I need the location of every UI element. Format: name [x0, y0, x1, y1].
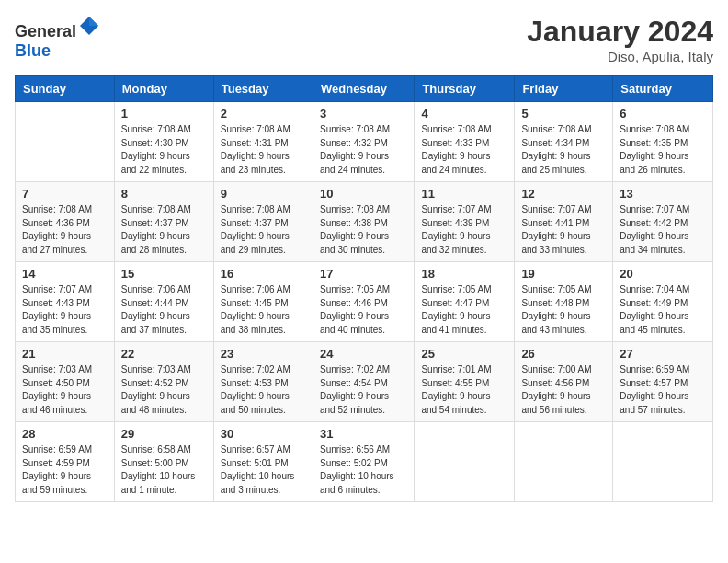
page-header: General Blue January 2024 Diso, Apulia, … [15, 15, 713, 64]
day-number: 28 [22, 427, 108, 441]
location-title: Diso, Apulia, Italy [527, 49, 713, 64]
calendar-day-cell: 26Sunrise: 7:00 AM Sunset: 4:56 PM Dayli… [515, 342, 613, 422]
day-number: 3 [320, 107, 407, 121]
day-number: 23 [221, 347, 306, 361]
logo-icon [78, 15, 100, 37]
day-info: Sunrise: 7:06 AM Sunset: 4:44 PM Dayligh… [121, 283, 207, 337]
calendar-day-cell: 23Sunrise: 7:02 AM Sunset: 4:53 PM Dayli… [213, 342, 313, 422]
day-number: 26 [521, 347, 606, 361]
calendar-day-cell: 27Sunrise: 6:59 AM Sunset: 4:57 PM Dayli… [613, 342, 713, 422]
day-number: 18 [421, 267, 507, 281]
day-info: Sunrise: 7:08 AM Sunset: 4:36 PM Dayligh… [22, 203, 108, 257]
calendar-day-cell: 15Sunrise: 7:06 AM Sunset: 4:44 PM Dayli… [114, 262, 213, 342]
day-number: 13 [620, 187, 706, 201]
logo-general: General [15, 22, 76, 40]
day-number: 31 [320, 427, 407, 441]
calendar-day-cell: 13Sunrise: 7:07 AM Sunset: 4:42 PM Dayli… [613, 182, 713, 262]
day-info: Sunrise: 6:59 AM Sunset: 4:59 PM Dayligh… [22, 443, 108, 497]
calendar-day-cell: 18Sunrise: 7:05 AM Sunset: 4:47 PM Dayli… [415, 262, 515, 342]
day-info: Sunrise: 7:05 AM Sunset: 4:48 PM Dayligh… [521, 283, 606, 337]
calendar-day-cell: 7Sunrise: 7:08 AM Sunset: 4:36 PM Daylig… [16, 182, 115, 262]
calendar-day-cell: 25Sunrise: 7:01 AM Sunset: 4:55 PM Dayli… [415, 342, 515, 422]
calendar-day-cell: 1Sunrise: 7:08 AM Sunset: 4:30 PM Daylig… [114, 102, 213, 182]
day-of-week-header: Tuesday [213, 76, 313, 102]
calendar-day-cell: 31Sunrise: 6:56 AM Sunset: 5:02 PM Dayli… [313, 422, 414, 502]
day-number: 27 [620, 347, 706, 361]
calendar-day-cell: 17Sunrise: 7:05 AM Sunset: 4:46 PM Dayli… [313, 262, 414, 342]
day-info: Sunrise: 7:08 AM Sunset: 4:32 PM Dayligh… [320, 123, 407, 177]
day-of-week-header: Monday [114, 76, 213, 102]
day-number: 15 [121, 267, 207, 281]
calendar-day-cell: 21Sunrise: 7:03 AM Sunset: 4:50 PM Dayli… [16, 342, 115, 422]
day-number: 25 [421, 347, 507, 361]
calendar-day-cell: 4Sunrise: 7:08 AM Sunset: 4:33 PM Daylig… [415, 102, 515, 182]
calendar-day-cell: 8Sunrise: 7:08 AM Sunset: 4:37 PM Daylig… [114, 182, 213, 262]
calendar-day-cell: 12Sunrise: 7:07 AM Sunset: 4:41 PM Dayli… [515, 182, 613, 262]
calendar-table: SundayMondayTuesdayWednesdayThursdayFrid… [15, 75, 713, 502]
day-info: Sunrise: 6:56 AM Sunset: 5:02 PM Dayligh… [320, 443, 407, 497]
calendar-day-cell [415, 422, 515, 502]
day-number: 21 [22, 347, 108, 361]
calendar-week-row: 21Sunrise: 7:03 AM Sunset: 4:50 PM Dayli… [16, 342, 713, 422]
day-info: Sunrise: 7:02 AM Sunset: 4:53 PM Dayligh… [221, 363, 306, 417]
calendar-day-cell: 6Sunrise: 7:08 AM Sunset: 4:35 PM Daylig… [613, 102, 713, 182]
day-info: Sunrise: 6:58 AM Sunset: 5:00 PM Dayligh… [121, 443, 207, 497]
calendar-day-cell [515, 422, 613, 502]
svg-marker-1 [89, 17, 98, 26]
calendar-day-cell: 28Sunrise: 6:59 AM Sunset: 4:59 PM Dayli… [16, 422, 115, 502]
day-number: 6 [620, 107, 706, 121]
month-title: January 2024 [527, 15, 713, 49]
day-info: Sunrise: 7:05 AM Sunset: 4:46 PM Dayligh… [320, 283, 407, 337]
day-of-week-header: Friday [515, 76, 613, 102]
day-info: Sunrise: 7:08 AM Sunset: 4:34 PM Dayligh… [521, 123, 606, 177]
day-number: 29 [121, 427, 207, 441]
day-number: 17 [320, 267, 407, 281]
day-info: Sunrise: 6:57 AM Sunset: 5:01 PM Dayligh… [221, 443, 306, 497]
calendar-week-row: 7Sunrise: 7:08 AM Sunset: 4:36 PM Daylig… [16, 182, 713, 262]
day-number: 1 [121, 107, 207, 121]
day-number: 19 [521, 267, 606, 281]
calendar-day-cell: 19Sunrise: 7:05 AM Sunset: 4:48 PM Dayli… [515, 262, 613, 342]
day-info: Sunrise: 7:08 AM Sunset: 4:35 PM Dayligh… [620, 123, 706, 177]
day-info: Sunrise: 7:01 AM Sunset: 4:55 PM Dayligh… [421, 363, 507, 417]
day-info: Sunrise: 7:03 AM Sunset: 4:52 PM Dayligh… [121, 363, 207, 417]
day-number: 4 [421, 107, 507, 121]
day-number: 22 [121, 347, 207, 361]
day-number: 12 [521, 187, 606, 201]
day-of-week-header: Sunday [16, 76, 115, 102]
calendar-day-cell: 11Sunrise: 7:07 AM Sunset: 4:39 PM Dayli… [415, 182, 515, 262]
day-number: 24 [320, 347, 407, 361]
day-number: 5 [521, 107, 606, 121]
day-number: 2 [221, 107, 306, 121]
day-number: 9 [221, 187, 306, 201]
day-info: Sunrise: 7:07 AM Sunset: 4:42 PM Dayligh… [620, 203, 706, 257]
day-number: 20 [620, 267, 706, 281]
calendar-day-cell: 22Sunrise: 7:03 AM Sunset: 4:52 PM Dayli… [114, 342, 213, 422]
calendar-day-cell: 2Sunrise: 7:08 AM Sunset: 4:31 PM Daylig… [213, 102, 313, 182]
day-number: 7 [22, 187, 108, 201]
calendar-day-cell: 3Sunrise: 7:08 AM Sunset: 4:32 PM Daylig… [313, 102, 414, 182]
calendar-day-cell: 9Sunrise: 7:08 AM Sunset: 4:37 PM Daylig… [213, 182, 313, 262]
day-info: Sunrise: 7:04 AM Sunset: 4:49 PM Dayligh… [620, 283, 706, 337]
calendar-day-cell: 24Sunrise: 7:02 AM Sunset: 4:54 PM Dayli… [313, 342, 414, 422]
calendar-day-cell: 16Sunrise: 7:06 AM Sunset: 4:45 PM Dayli… [213, 262, 313, 342]
calendar-week-row: 28Sunrise: 6:59 AM Sunset: 4:59 PM Dayli… [16, 422, 713, 502]
day-info: Sunrise: 7:07 AM Sunset: 4:41 PM Dayligh… [521, 203, 606, 257]
day-number: 14 [22, 267, 108, 281]
calendar-week-row: 14Sunrise: 7:07 AM Sunset: 4:43 PM Dayli… [16, 262, 713, 342]
day-number: 16 [221, 267, 306, 281]
logo: General Blue [15, 15, 100, 61]
calendar-day-cell: 29Sunrise: 6:58 AM Sunset: 5:00 PM Dayli… [114, 422, 213, 502]
calendar-day-cell [16, 102, 115, 182]
day-info: Sunrise: 7:07 AM Sunset: 4:39 PM Dayligh… [421, 203, 507, 257]
day-info: Sunrise: 7:00 AM Sunset: 4:56 PM Dayligh… [521, 363, 606, 417]
day-info: Sunrise: 7:07 AM Sunset: 4:43 PM Dayligh… [22, 283, 108, 337]
calendar-header-row: SundayMondayTuesdayWednesdayThursdayFrid… [16, 76, 713, 102]
day-info: Sunrise: 7:05 AM Sunset: 4:47 PM Dayligh… [421, 283, 507, 337]
day-of-week-header: Wednesday [313, 76, 414, 102]
calendar-day-cell: 14Sunrise: 7:07 AM Sunset: 4:43 PM Dayli… [16, 262, 115, 342]
day-info: Sunrise: 7:08 AM Sunset: 4:37 PM Dayligh… [121, 203, 207, 257]
day-info: Sunrise: 7:06 AM Sunset: 4:45 PM Dayligh… [221, 283, 306, 337]
logo-text: General Blue [15, 15, 100, 61]
day-info: Sunrise: 7:03 AM Sunset: 4:50 PM Dayligh… [22, 363, 108, 417]
